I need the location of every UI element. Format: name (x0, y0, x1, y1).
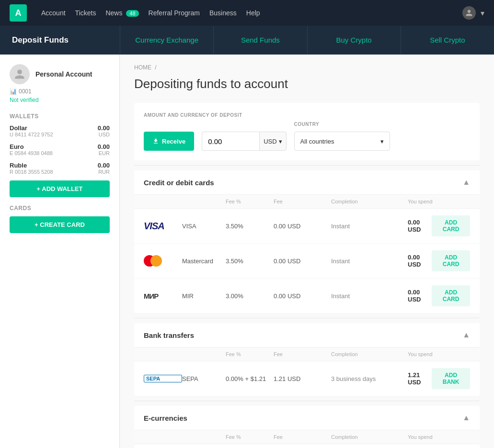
nav-account[interactable]: Account (41, 9, 66, 17)
mastercard-you-spend: 0.00 USD (408, 254, 428, 268)
create-card-button[interactable]: + CREATE CARD (10, 216, 110, 233)
page-title: Depositing funds to account (134, 77, 480, 91)
news-badge: 48 (126, 10, 138, 17)
sepa-name: SEPA (182, 375, 226, 382)
currency-value: USD (264, 138, 276, 145)
mir-name: MIR (182, 292, 226, 300)
tab-currency-exchange[interactable]: Currency Exchange (120, 26, 213, 54)
mir-logo: МИР (144, 292, 182, 300)
ecurrencies-section: E-currencies ▲ Fee % Fee Completion You … (134, 406, 480, 448)
wallet-ruble-name: Ruble (10, 162, 53, 169)
wallet-dollar-name: Dollar (10, 124, 53, 132)
nav-business[interactable]: Business (209, 9, 237, 17)
breadcrumb-sep: / (155, 64, 156, 71)
country-value: All countries (300, 138, 334, 145)
navbar: A Account Tickets News 48 Referral Progr… (0, 0, 494, 26)
ecurrencies-header: E-currencies ▲ (134, 406, 480, 430)
wallet-ruble-amount: 0.00 (98, 162, 110, 169)
profile-avatar (10, 64, 30, 84)
nav-referral[interactable]: Referral Program (149, 9, 200, 17)
not-verified-link[interactable]: Not verified (10, 97, 110, 103)
wallet-euro-amount: 0.00 (98, 143, 110, 150)
col-you-spend-3: You spend (408, 434, 470, 440)
breadcrumb-home: HOME (134, 64, 151, 71)
visa-completion: Instant (331, 223, 408, 230)
amount-input[interactable] (202, 132, 259, 151)
bank-transfers-table-header: Fee % Fee Completion You spend (134, 347, 480, 361)
section-divider-2 (134, 318, 480, 318)
col-you-spend-1: You spend (408, 199, 470, 204)
col-completion-2: Completion (331, 351, 408, 357)
visa-name: VISA (182, 223, 226, 230)
visa-fee: 0.00 USD (274, 223, 331, 230)
breadcrumb: HOME / (134, 64, 480, 71)
sepa-fee-pct: 0.00% + $1.21 (226, 375, 274, 382)
visa-fee-pct: 3.50% (226, 223, 274, 230)
currency-select[interactable]: USD ▾ (259, 132, 286, 151)
tab-buy-crypto[interactable]: Buy Crypto (308, 26, 401, 54)
nav-dropdown-arrow[interactable]: ▾ (481, 9, 484, 18)
main-layout: Personal Account 📊 0001 Not verified Wal… (0, 55, 494, 448)
account-id-number: 0001 (19, 88, 32, 95)
ecurrencies-collapse[interactable]: ▲ (462, 414, 470, 422)
mir-add-btn[interactable]: ADD CARD (432, 285, 470, 306)
wallet-ruble-currency: RUR (98, 169, 110, 175)
visa-row: VISA VISA 3.50% 0.00 USD Instant 0.00 US… (134, 209, 480, 244)
add-wallet-button[interactable]: + ADD WALLET (10, 180, 110, 197)
col-completion-1: Completion (331, 199, 408, 204)
wallet-euro-name: Euro (10, 143, 53, 150)
bank-transfers-title: Bank transfers (144, 331, 194, 339)
ecurrencies-title: E-currencies (144, 414, 187, 422)
col-fee-3: Fee (274, 434, 331, 440)
wallet-dollar-amount: 0.00 (98, 124, 110, 132)
sepa-you-spend: 1.21 USD (408, 371, 428, 386)
mastercard-fee-pct: 3.50% (226, 258, 274, 265)
amount-group: USD ▾ (202, 132, 286, 151)
ecurrencies-table-header: Fee % Fee Completion You spend (134, 430, 480, 444)
main-content: HOME / Depositing funds to account AMOUN… (120, 55, 494, 448)
bank-transfers-collapse[interactable]: ▲ (462, 331, 470, 339)
col-fee-pct-2: Fee % (226, 351, 274, 357)
bitcoin-row: ₿ Bitcoin 0.00% 0.00 USD 6 Bitcoin netwo… (134, 444, 480, 448)
profile-section: Personal Account (10, 64, 110, 84)
tab-bar: Deposit Funds Currency Exchange Send Fun… (0, 26, 494, 55)
wallets-label: Wallets (10, 113, 110, 120)
form-row: Receive USD ▾ COUNTRY All count (144, 122, 470, 151)
nav-help[interactable]: Help (246, 9, 260, 17)
deposit-form: AMOUNT AND CURRENCY OF DEPOSIT Receive U… (134, 103, 480, 160)
sepa-row: SEPA SEPA 0.00% + $1.21 1.21 USD 3 busin… (134, 361, 480, 396)
mastercard-completion: Instant (331, 258, 408, 265)
logo[interactable]: A (10, 4, 27, 22)
deposit-funds-title: Deposit Funds (0, 26, 120, 54)
col-fee-pct-3: Fee % (226, 434, 274, 440)
user-avatar[interactable] (462, 6, 476, 20)
mastercard-fee: 0.00 USD (274, 258, 331, 265)
visa-add-btn[interactable]: ADD CARD (432, 215, 470, 236)
wallet-ruble-addr: R 0018 3555 5208 (10, 169, 53, 175)
receive-button[interactable]: Receive (144, 132, 194, 151)
credit-cards-collapse[interactable]: ▲ (462, 178, 470, 187)
col-fee-1: Fee (274, 199, 331, 204)
tab-send-funds[interactable]: Send Funds (214, 26, 307, 54)
col-fee-pct-1: Fee % (226, 199, 274, 204)
country-select[interactable]: All countries ▾ (294, 132, 390, 151)
amount-label: AMOUNT AND CURRENCY OF DEPOSIT (144, 112, 470, 118)
mir-completion: Instant (331, 292, 408, 300)
section-divider-3 (134, 401, 480, 401)
nav-news[interactable]: News 48 (105, 9, 138, 17)
wallet-ruble: Ruble R 0018 3555 5208 0.00 RUR (10, 162, 110, 175)
sepa-add-btn[interactable]: ADD BANK (432, 368, 470, 389)
credit-cards-header: Credit or debit cards ▲ (134, 170, 480, 195)
cards-label: Cards (10, 205, 110, 212)
mir-fee-pct: 3.00% (226, 292, 274, 300)
tab-sell-crypto[interactable]: Sell Crypto (401, 26, 494, 54)
mastercard-logo (144, 255, 182, 267)
mc-circle-right (150, 255, 162, 267)
user-icon (465, 9, 473, 17)
receive-icon (152, 138, 159, 145)
mastercard-add-btn[interactable]: ADD CARD (432, 250, 470, 271)
sidebar: Personal Account 📊 0001 Not verified Wal… (0, 55, 120, 448)
wallet-euro-currency: EUR (98, 150, 110, 156)
nav-tickets[interactable]: Tickets (75, 9, 96, 17)
bank-transfers-header: Bank transfers ▲ (134, 323, 480, 347)
